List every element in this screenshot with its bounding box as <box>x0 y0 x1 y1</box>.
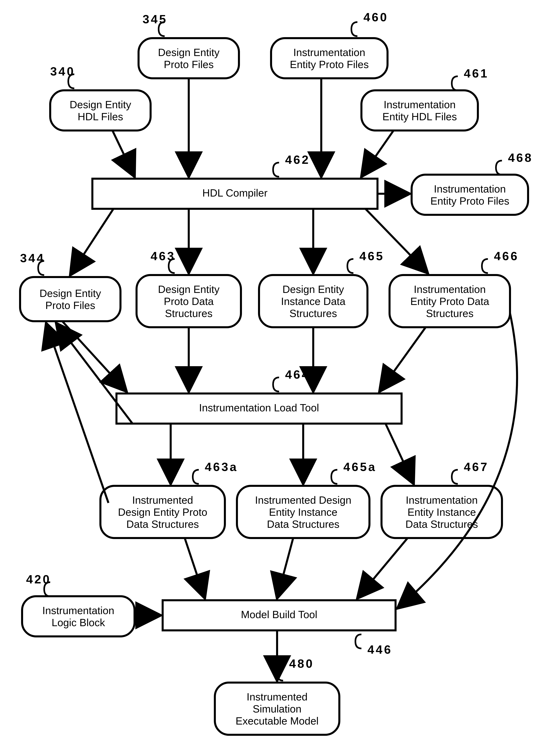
edge <box>379 327 426 391</box>
node-label: Structures <box>290 308 337 319</box>
node-ref: 460 <box>363 10 388 24</box>
node-model-build-tool-446: Model Build Tool <box>163 600 396 630</box>
node-instr-design-entity-proto-463a: Instrumented Design Entity Proto Data St… <box>100 486 225 538</box>
svg-rect-5 <box>412 175 528 215</box>
node-ref: 344 <box>20 251 45 265</box>
node-label: HDL Files <box>78 111 123 122</box>
node-ref: 420 <box>26 573 51 586</box>
node-label: Instrumented <box>132 494 193 506</box>
svg-rect-1 <box>271 38 388 78</box>
node-instr-entity-instance-467: Instrumentation Entity Instance Data Str… <box>381 486 502 538</box>
node-label: Entity Proto Data <box>410 296 489 307</box>
edge <box>365 209 428 273</box>
node-instrumentation-logic-block-420: Instrumentation Logic Block <box>22 596 135 636</box>
edge <box>56 323 133 424</box>
node-instrumentation-entity-proto-files-468: Instrumentation Entity Proto Files <box>412 175 528 215</box>
node-ref: 466 <box>494 249 519 263</box>
node-label: Design Entity <box>283 283 344 295</box>
edge <box>398 313 517 608</box>
edge <box>70 209 113 275</box>
edge <box>386 424 414 484</box>
node-label: Instrumentation <box>384 99 456 110</box>
node-ref: 340 <box>50 65 75 78</box>
node-hdl-compiler-462: HDL Compiler <box>92 179 377 209</box>
node-label: Instrumentation Load Tool <box>199 402 319 414</box>
node-label: Design Entity <box>158 283 219 295</box>
node-ref: 465a <box>343 460 376 474</box>
node-label: Proto Data <box>164 296 214 307</box>
node-label: Model Build Tool <box>241 609 317 620</box>
node-label: Proto Files <box>164 59 214 70</box>
node-design-entity-instance-data-465: Design Entity Instance Data Structures <box>259 275 367 327</box>
node-label: Instrumented Design <box>255 494 351 506</box>
node-ref: 463a <box>205 460 238 474</box>
node-ref: 345 <box>143 12 167 26</box>
node-design-entity-proto-data-463: Design Entity Proto Data Structures <box>137 275 241 327</box>
edge <box>357 538 408 598</box>
node-label: HDL Compiler <box>202 187 268 199</box>
node-label: Instrumentation <box>434 183 506 195</box>
edge <box>277 538 293 598</box>
node-ref: 464 <box>285 368 310 381</box>
node-label: Entity Proto Files <box>290 59 369 70</box>
node-ref: 461 <box>464 67 489 80</box>
node-label: Design Entity <box>158 47 219 58</box>
node-instrumentation-entity-proto-data-466: Instrumentation Entity Proto Data Struct… <box>390 275 510 327</box>
node-ref: 463 <box>151 249 175 263</box>
node-instrumented-sim-exec-model-480: Instrumented Simulation Executable Model <box>215 683 339 735</box>
svg-rect-2 <box>50 90 151 130</box>
node-label: Data Structures <box>267 518 339 530</box>
node-label: Instrumentation <box>293 47 365 58</box>
node-label: Instance Data <box>281 296 346 307</box>
svg-rect-6 <box>20 277 120 321</box>
edge <box>185 538 205 598</box>
node-instrumentation-load-tool-464: Instrumentation Load Tool <box>116 393 402 424</box>
node-ref: 468 <box>508 151 533 164</box>
node-label: Entity Instance <box>407 506 476 518</box>
node-label: Logic Block <box>52 617 105 628</box>
node-label: Simulation <box>253 703 302 715</box>
node-label: Design Entity Proto <box>118 506 207 518</box>
node-label: Structures <box>426 308 474 319</box>
flowchart-diagram: Design Entity Proto Files 345 Instrument… <box>0 0 560 742</box>
node-ref: 462 <box>285 153 310 166</box>
node-label: Instrumented <box>247 691 308 703</box>
node-design-entity-proto-files-345: Design Entity Proto Files <box>139 38 239 78</box>
edge <box>112 130 135 177</box>
node-instr-design-entity-instance-465a: Instrumented Design Entity Instance Data… <box>237 486 369 538</box>
node-label: Entity HDL Files <box>383 111 457 122</box>
node-label: Instrumentation <box>42 605 114 616</box>
node-label: Data Structures <box>405 518 478 530</box>
edge <box>361 130 394 177</box>
svg-rect-0 <box>139 38 239 78</box>
edge <box>62 321 126 391</box>
node-label: Proto Files <box>45 300 95 311</box>
node-instrumentation-entity-proto-files-460: Instrumentation Entity Proto Files <box>271 38 388 78</box>
node-label: Design Entity <box>40 287 101 299</box>
node-design-entity-proto-files-344: Design Entity Proto Files <box>20 277 120 321</box>
node-design-entity-hdl-files-340: Design Entity HDL Files <box>50 90 151 130</box>
node-ref: 480 <box>289 657 314 670</box>
node-label: Instrumentation <box>414 283 486 295</box>
node-label: Entity Proto Files <box>430 195 509 207</box>
node-label: Data Structures <box>126 518 199 530</box>
node-label: Instrumentation <box>406 494 478 506</box>
node-instrumentation-entity-hdl-files-461: Instrumentation Entity HDL Files <box>361 90 478 130</box>
node-ref: 467 <box>464 460 489 474</box>
node-label: Executable Model <box>236 715 318 727</box>
node-label: Design Entity <box>70 99 131 110</box>
node-ref: 465 <box>359 249 384 263</box>
node-ref: 446 <box>367 643 392 656</box>
node-label: Entity Instance <box>269 506 337 518</box>
svg-rect-14 <box>22 596 135 636</box>
node-label: Structures <box>165 308 213 319</box>
svg-rect-3 <box>361 90 478 130</box>
